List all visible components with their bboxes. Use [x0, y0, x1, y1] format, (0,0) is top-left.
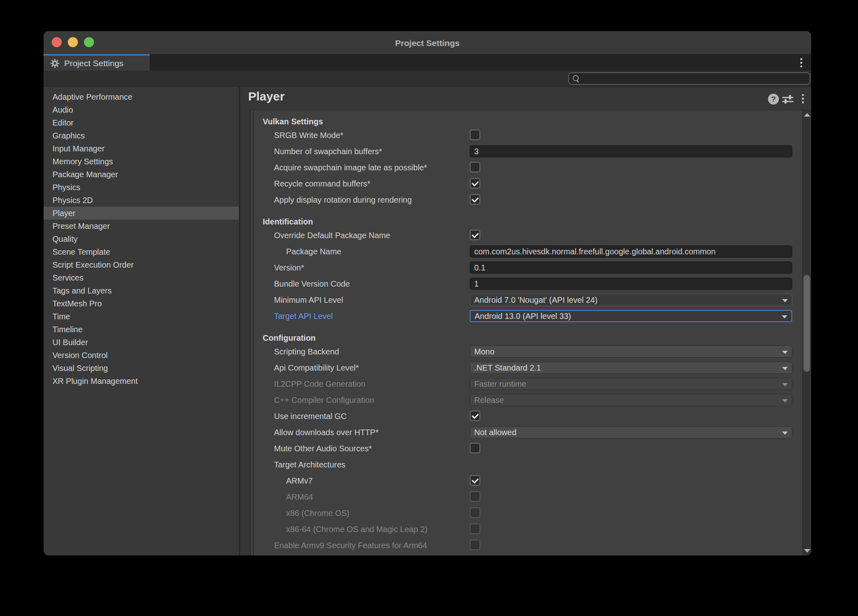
row-control: com.com2us.hivesdk.normal.freefull.googl… — [470, 245, 792, 258]
search-input[interactable] — [568, 72, 810, 85]
settings-row: Bundle Version Code1 — [251, 276, 802, 292]
dropdown[interactable]: Android 13.0 (API level 33) — [470, 310, 792, 322]
text-field[interactable]: com.com2us.hivesdk.normal.freefull.googl… — [470, 245, 792, 258]
row-label: Number of swapchain buffers* — [274, 143, 382, 159]
checkbox[interactable] — [470, 194, 480, 205]
sidebar-item-tags-and-layers[interactable]: Tags and Layers — [44, 284, 239, 297]
checkbox[interactable] — [470, 411, 480, 421]
sidebar-item-time[interactable]: Time — [44, 310, 239, 323]
dropdown[interactable]: Android 7.0 'Nougat' (API level 24) — [470, 294, 792, 306]
text-field[interactable]: 3 — [470, 145, 792, 157]
checkbox[interactable] — [470, 230, 480, 240]
sidebar-item-services[interactable]: Services — [44, 271, 239, 284]
presets-icon[interactable] — [782, 94, 793, 104]
scroll-up-arrow-icon[interactable] — [804, 113, 810, 117]
tab-label: Project Settings — [64, 59, 123, 68]
settings-row: Scripting BackendMono — [251, 344, 802, 360]
row-label: Allow downloads over HTTP* — [274, 424, 379, 440]
checkbox — [470, 524, 480, 534]
sidebar-item-player[interactable]: Player — [44, 207, 239, 220]
gear-icon — [50, 58, 60, 69]
settings-content: Vulkan SettingsSRGB Write Mode*Number of… — [251, 110, 802, 555]
settings-row: x86-64 (Chrome OS and Magic Leap 2) — [251, 521, 802, 537]
row-control — [470, 229, 792, 241]
checkbox[interactable] — [470, 162, 480, 172]
row-label: Version* — [274, 260, 304, 276]
sidebar-item-graphics[interactable]: Graphics — [44, 129, 239, 142]
help-icon[interactable]: ? — [768, 94, 779, 105]
row-control: Android 13.0 (API level 33) — [470, 310, 792, 322]
text-field[interactable]: 1 — [470, 278, 792, 290]
settings-row: IL2CPP Code GenerationFaster runtime — [251, 376, 802, 392]
settings-row: Acquire swapchain image late as possible… — [251, 159, 802, 176]
sidebar-item-xr-plugin-management[interactable]: XR Plugin Management — [44, 375, 239, 388]
section-configuration: ConfigurationScripting BackendMonoApi Co… — [251, 329, 802, 553]
sidebar-item-adaptive-performance[interactable]: Adaptive Performance — [44, 90, 239, 103]
row-label: Acquire swapchain image late as possible… — [274, 159, 427, 176]
settings-row: Recycle command buffers* — [251, 176, 802, 192]
scroll-down-arrow-icon[interactable] — [804, 549, 810, 553]
vertical-scrollbar[interactable] — [802, 110, 811, 555]
sidebar-item-editor[interactable]: Editor — [44, 116, 239, 129]
sidebar-item-preset-manager[interactable]: Preset Manager — [44, 220, 239, 233]
sidebar-item-quality[interactable]: Quality — [44, 233, 239, 245]
sidebar-item-physics[interactable]: Physics — [44, 181, 239, 194]
row-control — [470, 129, 792, 141]
row-label: Target API Level — [274, 308, 333, 324]
sidebar-item-textmesh-pro[interactable]: TextMesh Pro — [44, 297, 239, 310]
row-label: SRGB Write Mode* — [274, 127, 343, 143]
settings-row: Api Compatibility Level*.NET Standard 2.… — [251, 360, 802, 376]
row-label: ARMv7 — [286, 473, 313, 489]
sidebar-item-package-manager[interactable]: Package Manager — [44, 168, 239, 181]
settings-row: ARMv7 — [251, 473, 802, 489]
window-title: Project Settings — [44, 31, 811, 54]
checkbox[interactable] — [470, 178, 480, 189]
settings-scroll-panel: Vulkan SettingsSRGB Write Mode*Number of… — [250, 110, 811, 555]
row-label: Use incremental GC — [274, 408, 347, 424]
sidebar-item-script-execution-order[interactable]: Script Execution Order — [44, 258, 239, 271]
row-control: Mono — [470, 346, 792, 358]
checkbox[interactable] — [470, 443, 480, 453]
settings-row: Target API LevelAndroid 13.0 (API level … — [251, 308, 802, 324]
row-label: Package Name — [286, 243, 341, 260]
dropdown[interactable]: Not allowed — [470, 426, 792, 438]
sidebar-item-memory-settings[interactable]: Memory Settings — [44, 155, 239, 168]
scrollbar-thumb[interactable] — [804, 275, 810, 372]
sidebar-item-input-manager[interactable]: Input Manager — [44, 142, 239, 155]
settings-row: Number of swapchain buffers*3 — [251, 143, 802, 159]
main-area: Adaptive PerformanceAudioEditorGraphicsI… — [44, 87, 811, 555]
row-label: x86 (Chrome OS) — [286, 505, 349, 521]
row-control — [470, 194, 792, 206]
sidebar-item-timeline[interactable]: Timeline — [44, 323, 239, 336]
sidebar-item-physics-2d[interactable]: Physics 2D — [44, 194, 239, 207]
sidebar-item-ui-builder[interactable]: UI Builder — [44, 336, 239, 349]
row-control — [470, 507, 792, 519]
settings-row: Apply display rotation during rendering — [251, 192, 802, 208]
row-control: Faster runtime — [470, 378, 792, 390]
sidebar-item-visual-scripting[interactable]: Visual Scripting — [44, 362, 239, 375]
sidebar-item-scene-template[interactable]: Scene Template — [44, 245, 239, 258]
checkbox[interactable] — [470, 475, 480, 486]
settings-row: Override Default Package Name — [251, 227, 802, 243]
row-label: IL2CPP Code Generation — [274, 376, 365, 392]
settings-row: SRGB Write Mode* — [251, 127, 802, 143]
dropdown[interactable]: .NET Standard 2.1 — [470, 362, 792, 374]
kebab-menu-icon[interactable] — [798, 92, 807, 105]
sidebar-item-audio[interactable]: Audio — [44, 103, 239, 116]
text-field[interactable]: 0.1 — [470, 262, 792, 274]
tab-project-settings[interactable]: Project Settings — [44, 54, 150, 71]
checkbox[interactable] — [470, 130, 480, 140]
row-label: Scripting Backend — [274, 344, 339, 360]
settings-row: Version*0.1 — [251, 260, 802, 276]
dropdown[interactable]: Mono — [470, 346, 792, 358]
project-settings-window: Project Settings Project Settings — [44, 31, 811, 555]
checkbox — [470, 507, 480, 518]
row-control — [470, 523, 792, 535]
kebab-menu-icon[interactable] — [797, 57, 806, 69]
row-control: .NET Standard 2.1 — [470, 362, 792, 374]
row-label: ARM64 — [286, 489, 313, 505]
settings-row: C++ Compiler ConfigurationRelease — [251, 392, 802, 408]
dropdown: Release — [470, 394, 792, 406]
sidebar-item-version-control[interactable]: Version Control — [44, 349, 239, 362]
settings-row: Allow downloads over HTTP*Not allowed — [251, 424, 802, 440]
